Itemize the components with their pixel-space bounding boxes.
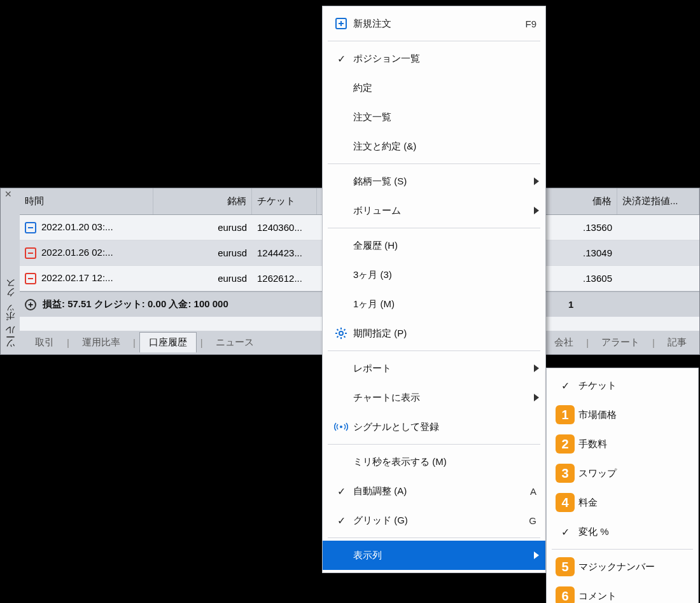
submenu-commission[interactable]: 2手数料 bbox=[547, 429, 698, 459]
menu-symbols[interactable]: 銘柄一覧 (S) bbox=[323, 167, 545, 196]
chevron-right-icon bbox=[534, 551, 539, 559]
menu-grid[interactable]: グリッド (G)G bbox=[323, 506, 545, 535]
menu-autosize[interactable]: 自動調整 (A)A bbox=[323, 476, 545, 506]
chevron-right-icon bbox=[534, 364, 539, 372]
badge-6: 6 bbox=[556, 586, 575, 603]
tab-alert[interactable]: アラート bbox=[592, 333, 648, 352]
chevron-right-icon bbox=[534, 207, 539, 214]
menu-period[interactable]: 期間指定 (P) bbox=[323, 319, 545, 348]
summary-left: 損益: 57.51 クレジット: 0.00 入金: 100 000 bbox=[43, 298, 228, 310]
col-symbol[interactable]: 銘柄 bbox=[153, 188, 252, 214]
svg-point-2 bbox=[340, 426, 342, 428]
entry-icon bbox=[25, 222, 36, 233]
tab-article[interactable]: 記事 bbox=[659, 333, 696, 352]
tab-company[interactable]: 会社 bbox=[545, 333, 582, 352]
col-price[interactable]: 価格 bbox=[542, 188, 617, 214]
close-icon[interactable]: ✕ bbox=[4, 190, 13, 198]
menu-register-signal[interactable]: シグナルとして登録 bbox=[323, 412, 545, 441]
menu-volume[interactable]: ボリューム bbox=[323, 196, 545, 225]
submenu-ticket[interactable]: チケット bbox=[547, 371, 698, 400]
tab-trade[interactable]: 取引 bbox=[26, 333, 63, 352]
submenu-fee[interactable]: 4料金 bbox=[547, 488, 698, 517]
chevron-right-icon bbox=[534, 177, 539, 185]
col-ticket[interactable]: チケット bbox=[252, 188, 317, 214]
menu-fills[interactable]: 約定 bbox=[323, 73, 545, 102]
check-icon bbox=[561, 380, 570, 392]
context-menu: 新規注文F9 ポジション一覧 約定 注文一覧 注文と約定 (&) 銘柄一覧 (S… bbox=[322, 6, 546, 573]
menu-columns[interactable]: 表示列 bbox=[323, 541, 545, 570]
submenu-market-price[interactable]: 1市場価格 bbox=[547, 400, 698, 429]
bottom-tabs-right: 会社| アラート| 記事 bbox=[545, 330, 696, 354]
badge-3: 3 bbox=[556, 464, 575, 483]
menu-new-order[interactable]: 新規注文F9 bbox=[323, 9, 545, 38]
check-icon bbox=[561, 526, 570, 538]
tab-exposure[interactable]: 運用比率 bbox=[73, 333, 129, 352]
new-order-icon bbox=[329, 17, 353, 30]
columns-submenu: チケット 1市場価格 2手数料 3スワップ 4料金 変化 % 5マジックナンバー… bbox=[546, 368, 699, 603]
badge-5: 5 bbox=[556, 557, 575, 576]
submenu-swap[interactable]: 3スワップ bbox=[547, 459, 698, 488]
col-time[interactable]: 時間 bbox=[20, 188, 153, 214]
check-icon bbox=[337, 53, 346, 65]
menu-show-chart[interactable]: チャートに表示 bbox=[323, 383, 545, 412]
entry-icon bbox=[25, 247, 36, 259]
menu-report[interactable]: レポート bbox=[323, 354, 545, 383]
signal-icon bbox=[329, 422, 353, 432]
badge-1: 1 bbox=[556, 405, 575, 424]
menu-all-history[interactable]: 全履歴 (H) bbox=[323, 231, 545, 260]
menu-orders-fills[interactable]: 注文と約定 (&) bbox=[323, 132, 545, 161]
tab-news[interactable]: ニュース bbox=[207, 333, 263, 352]
badge-2: 2 bbox=[556, 434, 575, 454]
chevron-right-icon bbox=[534, 394, 539, 401]
check-icon bbox=[337, 515, 346, 527]
svg-point-1 bbox=[339, 331, 343, 335]
check-icon bbox=[337, 485, 346, 497]
plus-icon: + bbox=[25, 299, 36, 310]
panel-title-vertical: ツールボックス bbox=[2, 202, 18, 354]
menu-3months[interactable]: 3ヶ月 (3) bbox=[323, 260, 545, 289]
menu-show-ms[interactable]: ミリ秒を表示する (M) bbox=[323, 447, 545, 476]
gear-icon bbox=[329, 327, 353, 340]
submenu-magic-number[interactable]: 5マジックナンバー bbox=[547, 552, 698, 581]
summary-right: 1 bbox=[568, 299, 573, 310]
bottom-tabs: 取引| 運用比率| 口座履歴| ニュース bbox=[20, 330, 263, 354]
menu-orders[interactable]: 注文一覧 bbox=[323, 102, 545, 132]
badge-4: 4 bbox=[556, 493, 575, 512]
entry-icon bbox=[25, 273, 36, 284]
tab-history[interactable]: 口座履歴 bbox=[139, 332, 197, 352]
menu-1month[interactable]: 1ヶ月 (M) bbox=[323, 289, 545, 319]
menu-positions[interactable]: ポジション一覧 bbox=[323, 44, 545, 73]
submenu-comment[interactable]: 6コメント bbox=[547, 581, 698, 603]
submenu-change-pct[interactable]: 変化 % bbox=[547, 517, 698, 546]
col-sl[interactable]: 決済逆指値... bbox=[617, 188, 699, 214]
